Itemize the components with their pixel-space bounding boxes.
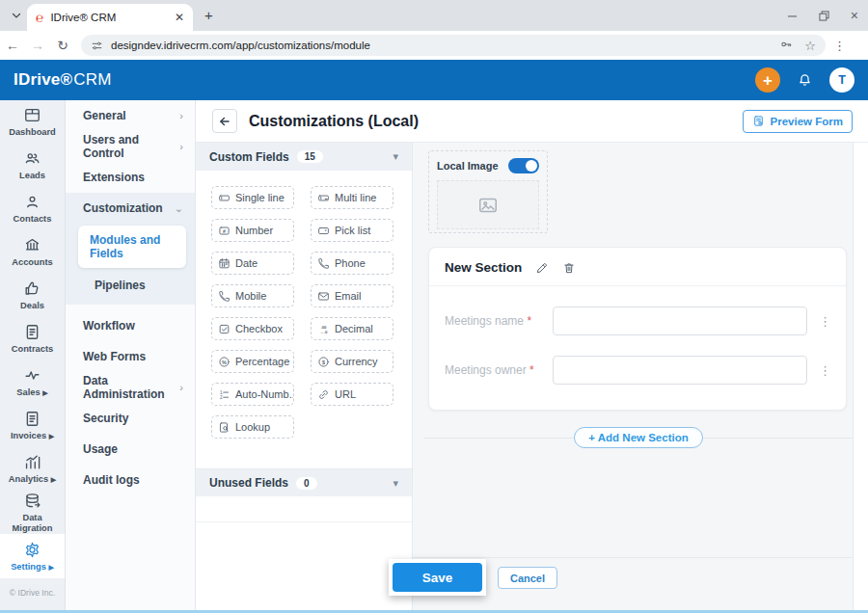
meetings-owner-input[interactable] (553, 356, 807, 385)
site-settings-icon[interactable] (91, 40, 103, 52)
image-placeholder[interactable] (437, 180, 539, 229)
sidebar-item-modules-and-fields[interactable]: Modules and Fields (78, 226, 186, 268)
rail-item-deals[interactable]: Deals (0, 274, 65, 317)
field-chip-lookup[interactable]: Lookup (211, 415, 294, 439)
custom-fields-header[interactable]: Custom Fields 15 ▾ (196, 143, 412, 171)
field-options-kebab-icon[interactable]: ⋮ (819, 363, 832, 378)
password-key-icon[interactable] (779, 38, 793, 54)
window-close-icon[interactable]: × (851, 8, 858, 23)
phone-icon (317, 257, 330, 270)
bookmark-star-icon[interactable]: ☆ (804, 39, 816, 53)
notifications-bell-icon[interactable] (797, 72, 813, 89)
sales-icon (23, 366, 41, 385)
delete-trash-icon[interactable] (562, 261, 576, 275)
field-chip-single-line[interactable]: Single line (211, 186, 294, 209)
sidebar-item-audit-logs[interactable]: Audit logs (66, 465, 195, 495)
user-avatar[interactable]: T (829, 67, 854, 93)
local-image-card: Local Image (428, 150, 548, 233)
sidebar-item-web-forms[interactable]: Web Forms (66, 341, 195, 372)
edit-pencil-icon[interactable] (535, 261, 549, 275)
local-image-toggle[interactable] (508, 158, 539, 173)
app-header: IDrive®CRM + T (0, 60, 868, 100)
field-options-kebab-icon[interactable]: ⋮ (819, 314, 832, 329)
rail-item-analytics[interactable]: Analytics ▶ (0, 447, 65, 491)
svg-text:$: $ (322, 359, 325, 364)
page-title: Customizations (Local) (249, 113, 419, 130)
save-button[interactable]: Save (393, 563, 482, 592)
field-chip-pick-list[interactable]: Pick list (311, 219, 393, 242)
window-restore-icon[interactable] (819, 11, 829, 21)
multi-line-icon (317, 192, 330, 204)
rail-item-settings[interactable]: Settings ▶ (0, 534, 65, 578)
back-button[interactable] (212, 109, 237, 133)
field-chip-decimal[interactable]: .00→.0Decimal (311, 317, 393, 340)
deals-icon (23, 280, 41, 298)
cancel-button[interactable]: Cancel (498, 567, 557, 589)
browser-forward-icon[interactable]: → (25, 38, 50, 53)
sidebar-item-general[interactable]: General› (66, 100, 195, 131)
field-chip-number[interactable]: #Number (211, 219, 294, 242)
field-chip-checkbox[interactable]: Checkbox (211, 317, 294, 340)
field-chip-url[interactable]: URL (311, 383, 393, 406)
sidebar-item-data-administration[interactable]: Data Administration› (66, 372, 195, 403)
preview-form-icon (752, 115, 765, 127)
chevron-right-icon: › (179, 110, 183, 121)
accounts-icon (23, 236, 41, 254)
field-chip-date[interactable]: Date (211, 252, 294, 275)
browser-menu-icon[interactable]: ⋮ (833, 39, 846, 53)
sidebar-item-usage[interactable]: Usage (66, 434, 195, 465)
sidebar-item-customization[interactable]: Customization⌄ (66, 193, 195, 224)
copyright-text: © IDrive Inc. (0, 588, 65, 610)
sidebar-item-pipelines[interactable]: Pipelines (66, 270, 195, 301)
decimal-icon: .00→.0 (317, 323, 330, 335)
dashboard-icon (23, 106, 41, 124)
preview-form-button[interactable]: Preview Form (743, 110, 853, 133)
idrive-favicon-icon: ℮ (36, 11, 43, 24)
field-chip-multi-line[interactable]: Multi line (311, 186, 393, 209)
form-row-meetings-owner: Meetings owner *⋮ (445, 356, 832, 385)
quick-add-button[interactable]: + (755, 67, 780, 93)
rail-item-sales[interactable]: Sales ▶ (0, 360, 65, 404)
browser-back-icon[interactable]: ← (0, 38, 25, 53)
auto-number-icon: 12 (218, 388, 231, 401)
rail-item-accounts[interactable]: Accounts (0, 230, 65, 274)
field-chip-mobile[interactable]: Mobile (211, 284, 294, 307)
window-minimize-icon[interactable] (787, 11, 798, 21)
url-text: designdev.idrivecrm.com/app/customizatio… (111, 40, 772, 51)
sidebar-item-workflow[interactable]: Workflow (66, 310, 195, 341)
rail-item-leads[interactable]: Leads (0, 144, 65, 187)
fields-panel: Custom Fields 15 ▾ Single lineMulti line… (196, 143, 413, 610)
rail-item-contracts[interactable]: Contracts (0, 317, 65, 360)
settings-side-menu: General›Users and Control›ExtensionsCust… (66, 100, 196, 610)
field-chip-percentage[interactable]: %Percentage (211, 350, 294, 373)
tab-close-icon[interactable]: ✕ (175, 11, 184, 24)
scrollbar-gutter[interactable] (853, 143, 868, 610)
sidebar-item-security[interactable]: Security (66, 403, 195, 434)
required-asterisk: * (529, 363, 534, 377)
field-chips: Single lineMulti line#NumberPick listDat… (196, 171, 412, 454)
field-chip-currency[interactable]: $Currency (311, 350, 393, 373)
address-bar[interactable]: designdev.idrivecrm.com/app/customizatio… (81, 35, 826, 56)
field-label: Meetings name * (445, 314, 553, 328)
rail-item-contacts[interactable]: Contacts (0, 187, 65, 230)
idrive-crm-logo: IDrive®CRM (14, 70, 112, 90)
browser-reload-icon[interactable]: ↻ (50, 38, 75, 53)
form-canvas: Local Image New Section Meetings name *⋮… (413, 143, 853, 610)
field-chip-phone[interactable]: Phone (311, 252, 393, 275)
new-tab-button[interactable]: + (204, 8, 213, 22)
rail-item-invoices[interactable]: Invoices ▶ (0, 404, 65, 447)
field-chip-email[interactable]: Email (311, 284, 393, 307)
currency-icon: $ (317, 356, 330, 368)
percentage-icon: % (218, 356, 231, 368)
browser-tab[interactable]: ℮ IDrive® CRM ✕ (27, 4, 193, 31)
required-asterisk: * (527, 314, 531, 328)
tab-search-icon[interactable] (8, 7, 25, 24)
sidebar-item-users-and-control[interactable]: Users and Control› (66, 131, 195, 162)
field-chip-auto-numb[interactable]: 12Auto-Numb... (211, 383, 294, 406)
rail-item-data-migration[interactable]: Data Migration (0, 491, 65, 534)
unused-fields-header[interactable]: Unused Fields 0 ▾ (196, 468, 412, 496)
meetings-name-input[interactable] (553, 306, 807, 335)
add-new-section-button[interactable]: + Add New Section (574, 427, 702, 448)
rail-item-dashboard[interactable]: Dashboard (0, 100, 65, 144)
sidebar-item-extensions[interactable]: Extensions (66, 162, 195, 193)
